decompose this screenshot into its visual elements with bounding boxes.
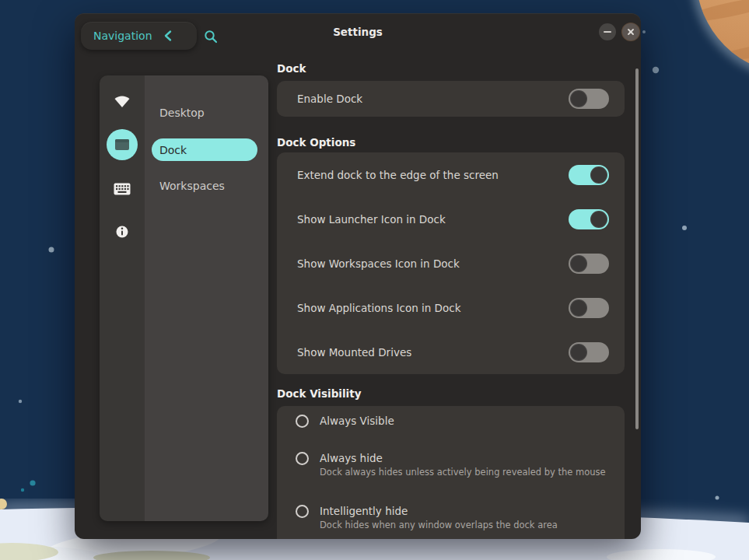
toggle-workspaces-icon[interactable] — [569, 254, 609, 274]
setting-row-enable-dock: Enable Dock — [277, 81, 625, 117]
sidebar: Desktop Dock Workspaces — [100, 75, 268, 521]
toggle-knob — [570, 90, 587, 107]
info-icon — [116, 226, 128, 238]
search-icon — [203, 29, 219, 44]
setting-row-workspaces-icon: Show Workspaces Icon in Dock — [277, 241, 625, 285]
navigation-button[interactable]: Navigation — [81, 22, 197, 50]
radio-always-hide[interactable] — [296, 452, 309, 465]
radio-sublabel: Dock always hides unless actively being … — [320, 466, 606, 479]
toggle-knob — [570, 299, 587, 317]
setting-label: Show Launcher Icon in Dock — [297, 213, 569, 226]
toggle-knob — [590, 166, 607, 184]
dock-settings-pane: Dock Enable Dock Dock Options Extend doc… — [277, 61, 625, 539]
setting-label: Enable Dock — [297, 93, 569, 105]
toggle-mounted-drives[interactable] — [569, 342, 609, 362]
section-title-dock-visibility: Dock Visibility — [277, 387, 625, 401]
sidebar-item-desktop[interactable]: Desktop — [145, 101, 261, 124]
rail-item-about[interactable] — [100, 226, 145, 238]
card-dock: Enable Dock — [277, 81, 625, 117]
minimize-button[interactable] — [599, 23, 616, 40]
minimize-icon — [604, 31, 611, 33]
toggle-extend-dock[interactable] — [569, 165, 609, 185]
keyboard-icon — [114, 183, 131, 195]
section-title-dock-options: Dock Options — [277, 135, 625, 149]
toggle-knob — [570, 344, 587, 361]
sidebar-item-workspaces[interactable]: Workspaces — [145, 174, 261, 198]
subcategory-panel: Desktop Dock Workspaces — [145, 75, 268, 521]
rail-item-keyboard[interactable] — [100, 183, 145, 195]
radio-label: Intelligently hide — [320, 503, 558, 519]
card-dock-visibility: Always Visible Always hide Dock always h… — [277, 406, 625, 539]
chevron-left-icon — [163, 30, 173, 42]
radio-always-visible[interactable] — [296, 415, 309, 428]
category-rail — [100, 75, 145, 521]
toggle-launcher-icon[interactable] — [569, 209, 609, 229]
radio-label: Always hide — [320, 450, 606, 466]
close-button[interactable] — [622, 23, 639, 40]
toggle-enable-dock[interactable] — [569, 89, 609, 109]
selected-category-highlight — [107, 129, 138, 160]
setting-label: Show Workspaces Icon in Dock — [297, 257, 569, 270]
setting-label: Show Mounted Drives — [297, 346, 569, 359]
radio-row-always-hide[interactable]: Always hide Dock always hides unless act… — [277, 436, 625, 489]
toggle-knob — [590, 211, 607, 228]
titlebar: Settings Navigation — [75, 13, 641, 51]
setting-row-launcher-icon: Show Launcher Icon in Dock — [277, 197, 625, 241]
desktop: Settings Navigation — [0, 0, 749, 560]
sidebar-item-dock[interactable]: Dock — [152, 138, 257, 161]
radio-row-always-visible[interactable]: Always Visible — [277, 406, 625, 436]
scrollbar-thumb[interactable] — [635, 68, 639, 429]
rail-item-network[interactable] — [100, 93, 145, 110]
card-dock-options: Extend dock to the edge of the screen Sh… — [277, 152, 625, 374]
radio-label: Always Visible — [320, 413, 394, 429]
navigation-label: Navigation — [93, 30, 152, 42]
rail-item-desktop[interactable] — [100, 129, 145, 160]
section-title-dock: Dock — [277, 61, 625, 75]
radio-row-intelligently-hide[interactable]: Intelligently hide Dock hides when any w… — [277, 489, 625, 539]
settings-window: Settings Navigation — [75, 13, 641, 539]
setting-label: Extend dock to the edge of the screen — [297, 169, 569, 181]
setting-label: Show Applications Icon in Dock — [297, 302, 569, 314]
toggle-applications-icon[interactable] — [569, 298, 609, 318]
wifi-icon — [113, 93, 131, 110]
radio-sublabel: Dock hides when any window overlaps the … — [320, 519, 558, 532]
desktop-icon — [114, 138, 130, 151]
radio-intelligently-hide[interactable] — [296, 505, 309, 518]
search-button[interactable] — [199, 25, 222, 48]
setting-row-extend-dock: Extend dock to the edge of the screen — [277, 152, 625, 197]
close-icon — [625, 26, 637, 38]
setting-row-applications-icon: Show Applications Icon in Dock — [277, 285, 625, 330]
toggle-knob — [570, 255, 587, 272]
setting-row-mounted-drives: Show Mounted Drives — [277, 330, 625, 374]
